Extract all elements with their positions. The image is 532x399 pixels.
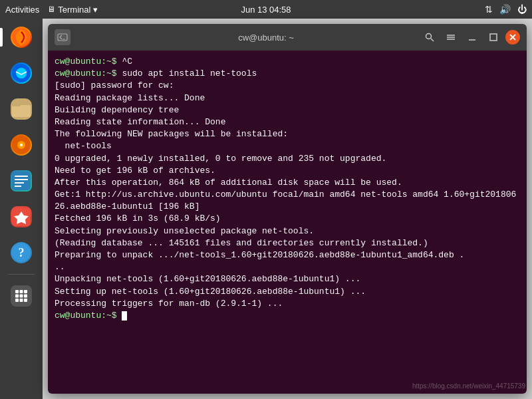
appgrid-icon	[11, 285, 32, 307]
firefox-icon	[11, 27, 32, 48]
terminal-line: Unpacking net-tools (1.60+git20180626.ae…	[55, 273, 520, 285]
network-icon[interactable]: ⇅	[485, 4, 493, 15]
terminal-line: [sudo] password for cw:	[55, 80, 520, 92]
terminal-taskbar-arrow: ▾	[93, 5, 98, 15]
dock-item-appgrid[interactable]	[5, 280, 37, 312]
terminal-line: Reading state information... Done	[55, 116, 520, 128]
terminal-line: Processing triggers for man-db (2.9.1-1)…	[55, 298, 520, 310]
terminal-taskbar-button[interactable]: 🖥 Terminal ▾	[47, 5, 98, 15]
svg-line-30	[431, 39, 434, 41]
terminal-line: cw@ubuntu:~$ sudo apt install net-tools	[55, 68, 520, 80]
svg-rect-23	[24, 295, 27, 298]
svg-rect-13	[15, 186, 21, 187]
svg-point-8	[20, 144, 23, 146]
watermark: https://blog.csdn.net/weixin_44715739	[412, 382, 525, 390]
dock-divider	[8, 274, 35, 275]
activities-button[interactable]: Activities	[5, 5, 39, 15]
libreoffice-icon	[11, 170, 32, 192]
thunderbird-icon	[11, 63, 32, 84]
terminal-line: 0 upgraded, 1 newly installed, 0 to remo…	[55, 153, 520, 165]
content-area: cw@ubuntu: ~	[43, 19, 532, 399]
svg-rect-11	[15, 179, 28, 180]
svg-rect-35	[490, 34, 497, 41]
terminal-header-left	[55, 29, 70, 45]
terminal-line: Building dependency tree	[55, 104, 520, 116]
rhythmbox-icon	[11, 134, 32, 156]
top-bar-right: ⇅ 🔊 ⏻	[485, 4, 527, 15]
svg-rect-18	[15, 290, 19, 293]
terminal-line: cw@ubuntu:~$ ^C	[55, 56, 520, 68]
terminal-taskbar-label: Terminal	[58, 5, 90, 15]
svg-rect-20	[24, 290, 27, 293]
terminal-taskbar-icon: 🖥	[47, 5, 55, 14]
dock-item-files[interactable]	[5, 93, 37, 125]
terminal-controls	[420, 28, 520, 47]
terminal-maximize-button[interactable]	[484, 28, 503, 47]
svg-point-29	[426, 34, 432, 39]
files-icon	[11, 98, 32, 120]
terminal-line: Need to get 196 kB of archives.	[55, 165, 520, 177]
terminal-cursor	[122, 311, 127, 321]
power-icon[interactable]: ⏻	[517, 4, 527, 15]
volume-icon[interactable]: 🔊	[499, 4, 511, 15]
terminal-line: net-tools	[55, 140, 520, 152]
terminal-line: After this operation, 864 kB of addition…	[55, 177, 520, 189]
help-icon: ?	[11, 242, 32, 263]
svg-rect-12	[15, 182, 24, 184]
svg-rect-9	[12, 172, 31, 190]
terminal-line: (Reading database ... 145161 files and d…	[55, 237, 520, 249]
svg-rect-25	[20, 299, 23, 302]
terminal-header: cw@ubuntu: ~	[48, 24, 527, 51]
terminal-search-button[interactable]	[420, 28, 439, 47]
svg-rect-24	[15, 299, 19, 302]
svg-rect-19	[20, 290, 23, 293]
terminal-line: Selecting previously unselected package …	[55, 225, 520, 237]
dock-item-firefox[interactable]	[5, 21, 37, 53]
dock-item-rhythmbox[interactable]	[5, 129, 37, 161]
svg-rect-22	[20, 295, 23, 298]
terminal-title: cw@ubuntu: ~	[238, 33, 294, 43]
svg-rect-26	[24, 299, 27, 302]
top-bar-datetime: Jun 13 04:58	[241, 5, 291, 15]
svg-text:?: ?	[19, 246, 25, 259]
terminal-line: Reading package lists... Done	[55, 92, 520, 104]
dock-item-help[interactable]: ?	[5, 237, 37, 269]
terminal-header-icon	[55, 29, 70, 45]
svg-rect-10	[15, 176, 28, 177]
top-bar: Activities 🖥 Terminal ▾ Jun 13 04:58 ⇅ 🔊…	[0, 0, 532, 19]
dock-item-software[interactable]	[5, 201, 37, 233]
dock-item-libreoffice[interactable]	[5, 165, 37, 197]
terminal-line: Setting up net-tools (1.60+git20180626.a…	[55, 286, 520, 298]
terminal-line: The following NEW packages will be insta…	[55, 128, 520, 140]
software-icon	[11, 206, 32, 227]
terminal-body[interactable]: cw@ubuntu:~$ ^C cw@ubuntu:~$ sudo apt in…	[48, 51, 527, 394]
terminal-menu-button[interactable]	[442, 28, 460, 47]
terminal-line: ..	[55, 261, 520, 273]
terminal-line: Preparing to unpack .../net-tools_1.60+g…	[55, 249, 520, 261]
terminal-line: Fetched 196 kB in 3s (68.9 kB/s)	[55, 213, 520, 225]
top-bar-left: Activities 🖥 Terminal ▾	[5, 5, 98, 15]
terminal-line: Get:1 http://us.archive.ubuntu.com/ubunt…	[55, 189, 520, 213]
dock: ?	[0, 19, 43, 399]
svg-rect-21	[15, 295, 19, 298]
terminal-close-button[interactable]	[505, 30, 520, 45]
main-layout: ?	[0, 19, 532, 399]
terminal-minimize-button[interactable]	[463, 28, 481, 47]
terminal-prompt-line: cw@ubuntu:~$	[55, 310, 520, 322]
svg-rect-5	[12, 102, 21, 106]
svg-rect-4	[12, 105, 31, 117]
dock-item-thunderbird[interactable]	[5, 57, 37, 89]
terminal-window: cw@ubuntu: ~	[48, 24, 527, 394]
